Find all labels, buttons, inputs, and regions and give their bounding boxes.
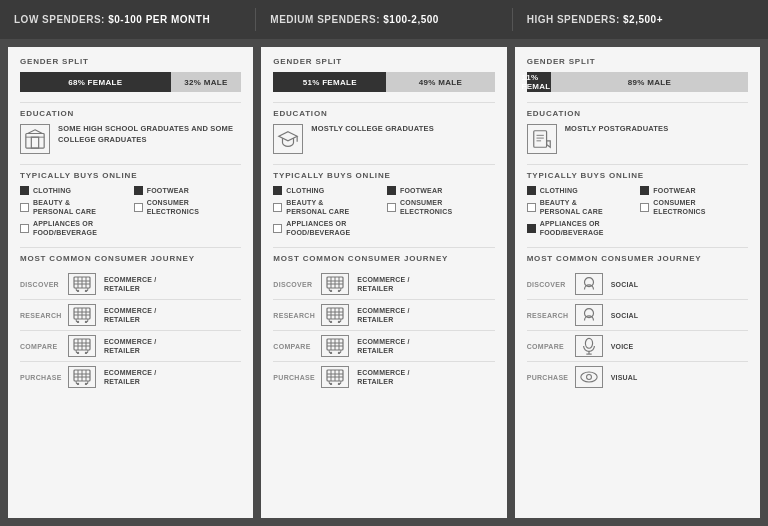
edu-icon-high [527, 124, 557, 154]
svg-rect-0 [26, 134, 44, 149]
gender-section-high: GENDER SPLIT 11% FEMALE 89% MALE [527, 57, 748, 92]
gender-bar-high: 11% FEMALE 89% MALE [527, 72, 748, 92]
buy-label-medium-3: CONSUMERELECTRONICS [400, 198, 452, 216]
journey-icon-low-3 [68, 366, 96, 388]
buy-checkbox-high-4 [527, 224, 536, 233]
svg-line-82 [329, 381, 330, 384]
svg-line-41 [76, 381, 77, 384]
svg-line-42 [88, 381, 89, 384]
svg-point-30 [85, 352, 87, 354]
divider1-low [20, 102, 241, 103]
edu-icon-medium [273, 124, 303, 154]
svg-point-19 [77, 321, 79, 323]
svg-point-94 [586, 375, 591, 380]
divider3-low [20, 247, 241, 248]
svg-line-73 [341, 350, 342, 353]
svg-point-80 [330, 383, 332, 385]
header-col-medium: MEDIUM SPENDERS: $100-2,500 [256, 8, 512, 31]
svg-line-53 [341, 288, 342, 291]
edu-section-label-high: EDUCATION [527, 109, 748, 118]
journey-stage-low-0: DISCOVER [20, 281, 60, 288]
journey-row-low-2: COMPARE ECOMMERCE /RETAILER [20, 331, 241, 362]
journey-section-medium: MOST COMMON CONSUMER JOURNEY DISCOVER EC… [273, 254, 494, 392]
journey-stage-low-1: RESEARCH [20, 312, 60, 319]
edu-section-low: EDUCATION SOME HIGH SCHOOL GRADUATES AND… [20, 109, 241, 154]
buy-label-low-3: CONSUMERELECTRONICS [147, 198, 199, 216]
buy-checkbox-low-1 [134, 186, 143, 195]
journey-label-low-0: ECOMMERCE /RETAILER [104, 275, 156, 293]
svg-point-71 [338, 352, 340, 354]
buy-checkbox-medium-2 [273, 203, 282, 212]
journey-icon-high-2 [575, 335, 603, 357]
header-col-high: HIGH SPENDERS: $2,500+ [513, 8, 768, 31]
svg-line-32 [88, 350, 89, 353]
journey-stage-medium-2: COMPARE [273, 343, 313, 350]
journey-label-high-1: SOCIAL [611, 311, 639, 320]
col-low: GENDER SPLIT 68% FEMALE 32% MALE EDUCATI… [8, 47, 253, 518]
buy-checkbox-low-2 [20, 203, 29, 212]
journey-icon-low-0 [68, 273, 96, 295]
journey-icon-medium-0 [321, 273, 349, 295]
edu-row-low: SOME HIGH SCHOOL GRADUATES AND SOME COLL… [20, 124, 241, 154]
edu-row-high: MOSTLY POSTGRADUATES [527, 124, 748, 154]
svg-point-81 [338, 383, 340, 385]
buy-checkbox-low-0 [20, 186, 29, 195]
svg-point-50 [330, 290, 332, 292]
journey-stage-medium-0: DISCOVER [273, 281, 313, 288]
journey-stage-high-1: RESEARCH [527, 312, 567, 319]
buy-item-low-3: CONSUMERELECTRONICS [134, 198, 242, 216]
buy-label-high-2: BEAUTY &PERSONAL CARE [540, 198, 603, 216]
svg-point-51 [338, 290, 340, 292]
journey-label-high-0: SOCIAL [611, 280, 639, 289]
buy-item-low-1: FOOTWEAR [134, 186, 242, 195]
edu-section-label-medium: EDUCATION [273, 109, 494, 118]
buy-checkbox-high-2 [527, 203, 536, 212]
header-bar: LOW SPENDERS: $0-100 PER MONTHMEDIUM SPE… [0, 0, 768, 39]
journey-row-medium-2: COMPARE ECOMMERCE /RETAILER [273, 331, 494, 362]
journey-row-medium-1: RESEARCH ECOMMERCE /RETAILER [273, 300, 494, 331]
journey-row-high-0: DISCOVER SOCIAL [527, 269, 748, 300]
journey-icon-high-3 [575, 366, 603, 388]
journey-label-low-3: ECOMMERCE /RETAILER [104, 368, 156, 386]
journey-icon-high-1 [575, 304, 603, 326]
svg-point-60 [330, 321, 332, 323]
buy-checkbox-low-4 [20, 224, 29, 233]
svg-line-12 [88, 288, 89, 291]
svg-rect-1 [31, 137, 38, 148]
buy-item-high-2: BEAUTY &PERSONAL CARE [527, 198, 635, 216]
buys-section-label-low: TYPICALLY BUYS ONLINE [20, 171, 241, 180]
buy-item-medium-3: CONSUMERELECTRONICS [387, 198, 495, 216]
journey-stage-medium-3: PURCHASE [273, 374, 313, 381]
buy-item-low-0: CLOTHING [20, 186, 128, 195]
journey-row-high-1: RESEARCH SOCIAL [527, 300, 748, 331]
header-title-medium: MEDIUM SPENDERS: $100-2,500 [270, 14, 497, 25]
buy-checkbox-medium-3 [387, 203, 396, 212]
buy-label-low-1: FOOTWEAR [147, 186, 189, 195]
gender-bar-low: 68% FEMALE 32% MALE [20, 72, 241, 92]
svg-line-83 [341, 381, 342, 384]
journey-icon-medium-2 [321, 335, 349, 357]
buy-checkbox-low-3 [134, 203, 143, 212]
gender-label-high: GENDER SPLIT [527, 57, 748, 66]
journey-stage-low-2: COMPARE [20, 343, 60, 350]
journey-row-medium-0: DISCOVER ECOMMERCE /RETAILER [273, 269, 494, 300]
svg-line-31 [76, 350, 77, 353]
buys-section-high: TYPICALLY BUYS ONLINE CLOTHING FOOTWEAR … [527, 171, 748, 237]
gender-male-low: 32% MALE [171, 72, 242, 92]
gender-male-high: 89% MALE [551, 72, 748, 92]
col-medium: GENDER SPLIT 51% FEMALE 49% MALE EDUCATI… [261, 47, 506, 518]
journey-stage-medium-1: RESEARCH [273, 312, 313, 319]
buy-label-low-2: BEAUTY &PERSONAL CARE [33, 198, 96, 216]
col-high: GENDER SPLIT 11% FEMALE 89% MALE EDUCATI… [515, 47, 760, 518]
gender-label-medium: GENDER SPLIT [273, 57, 494, 66]
journey-stage-high-0: DISCOVER [527, 281, 567, 288]
journey-section-high: MOST COMMON CONSUMER JOURNEY DISCOVER SO… [527, 254, 748, 392]
buy-label-high-3: CONSUMERELECTRONICS [653, 198, 705, 216]
svg-line-21 [76, 319, 77, 322]
buys-section-label-medium: TYPICALLY BUYS ONLINE [273, 171, 494, 180]
svg-line-63 [341, 319, 342, 322]
header-range-high: $2,500+ [623, 14, 663, 25]
edu-text-high: MOSTLY POSTGRADUATES [565, 124, 669, 135]
buys-grid-high: CLOTHING FOOTWEAR BEAUTY &PERSONAL CARE … [527, 186, 748, 237]
buy-item-low-2: BEAUTY &PERSONAL CARE [20, 198, 128, 216]
